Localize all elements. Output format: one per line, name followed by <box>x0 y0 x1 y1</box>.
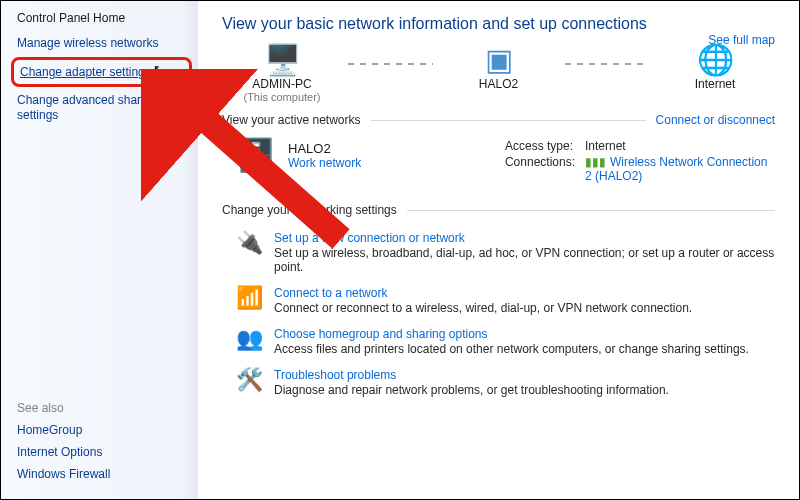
main-panel: View your basic network information and … <box>198 1 799 499</box>
setup-connection-icon: 🔌 <box>236 231 262 255</box>
divider <box>371 120 646 121</box>
see-also-homegroup[interactable]: HomeGroup <box>17 423 186 437</box>
setup-connection-title: Set up a new connection or network <box>274 231 775 245</box>
globe-icon: 🌐 <box>697 45 734 75</box>
signal-icon: ▮▮▮ <box>585 155 606 169</box>
connections-link[interactable]: ▮▮▮Wireless Network Connection 2 (HALO2) <box>585 155 775 183</box>
server-icon: 🗄️ <box>236 139 276 171</box>
network-map: 🖥️ ADMIN-PC (This computer) ▣ HALO2 🌐 In… <box>222 45 775 103</box>
connect-network-item[interactable]: 📶 Connect to a network Connect or reconn… <box>222 280 775 321</box>
homegroup-title: Choose homegroup and sharing options <box>274 327 749 341</box>
setup-connection-desc: Set up a wireless, broadband, dial-up, a… <box>274 246 775 274</box>
network-type-link[interactable]: Work network <box>288 156 361 170</box>
network-name: HALO2 <box>288 141 361 156</box>
manage-wireless-link[interactable]: Manage wireless networks <box>17 36 186 51</box>
troubleshoot-title: Troubleshoot problems <box>274 368 669 382</box>
connect-network-title: Connect to a network <box>274 286 692 300</box>
connections-label: Connections: <box>505 155 575 183</box>
connect-disconnect-link[interactable]: Connect or disconnect <box>656 113 775 127</box>
see-also-windows-firewall[interactable]: Windows Firewall <box>17 467 186 481</box>
access-type-value: Internet <box>585 139 775 153</box>
map-connector <box>565 63 650 65</box>
change-adapter-link[interactable]: Change adapter settings↖ <box>20 64 183 80</box>
connect-network-icon: 📶 <box>236 286 262 310</box>
map-node-label: HALO2 <box>479 77 518 91</box>
highlight-box: Change adapter settings↖ <box>11 57 192 87</box>
control-panel-home[interactable]: Control Panel Home <box>17 11 186 26</box>
router-icon: ▣ <box>485 45 513 75</box>
homegroup-desc: Access files and printers located on oth… <box>274 342 749 356</box>
connect-network-desc: Connect or reconnect to a wireless, wire… <box>274 301 692 315</box>
access-type-label: Access type: <box>505 139 575 153</box>
troubleshoot-item[interactable]: 🛠️ Troubleshoot problems Diagnose and re… <box>222 362 775 403</box>
cursor-icon: ↖ <box>153 62 164 78</box>
divider <box>407 210 775 211</box>
map-node-internet[interactable]: 🌐 Internet <box>655 45 775 103</box>
see-also-header: See also <box>17 401 186 415</box>
troubleshoot-icon: 🛠️ <box>236 368 262 392</box>
setup-connection-item[interactable]: 🔌 Set up a new connection or network Set… <box>222 225 775 280</box>
homegroup-icon: 👥 <box>236 327 262 351</box>
active-network-panel: 🗄️ HALO2 Work network Access type: Inter… <box>222 135 775 193</box>
change-adapter-label: Change adapter settings <box>20 65 151 79</box>
map-connector <box>348 63 433 65</box>
map-node-this-pc[interactable]: 🖥️ ADMIN-PC (This computer) <box>222 45 342 103</box>
homegroup-item[interactable]: 👥 Choose homegroup and sharing options A… <box>222 321 775 362</box>
see-also-internet-options[interactable]: Internet Options <box>17 445 186 459</box>
map-node-label: Internet <box>695 77 736 91</box>
change-settings-header: Change your networking settings <box>222 203 397 217</box>
computer-icon: 🖥️ <box>264 45 301 75</box>
map-node-sublabel: (This computer) <box>243 91 320 103</box>
connections-value: Wireless Network Connection 2 (HALO2) <box>585 155 767 183</box>
page-title: View your basic network information and … <box>222 15 775 33</box>
sidebar: Control Panel Home Manage wireless netwo… <box>1 1 198 499</box>
map-node-label: ADMIN-PC <box>252 77 311 91</box>
active-networks-header: View your active networks <box>222 113 361 127</box>
change-advanced-link[interactable]: Change advanced sharing settings <box>17 93 186 123</box>
map-node-router[interactable]: ▣ HALO2 <box>439 45 559 103</box>
troubleshoot-desc: Diagnose and repair network problems, or… <box>274 383 669 397</box>
